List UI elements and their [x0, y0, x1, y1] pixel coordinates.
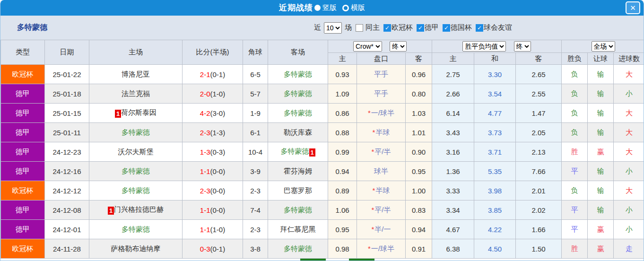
- header-avg-win: 主: [432, 53, 474, 65]
- cell-odds-home: 0.99: [328, 142, 357, 162]
- layout-radio-horizontal[interactable]: 横版: [351, 3, 365, 12]
- cell-score: 1-1(1-0): [183, 220, 243, 239]
- cell-result-handicap: 赢: [588, 239, 614, 259]
- cell-league-type: 欧冠杯: [1, 239, 45, 259]
- header-type: 类型: [1, 40, 45, 65]
- table-row: 德甲24-12-16多特蒙德1-1(0-0)3-9霍芬海姆0.94球半0.951…: [1, 162, 644, 181]
- table-row: 欧冠杯24-12-12多特蒙德2-3(0-0)2-3巴塞罗那0.89*半球1.0…: [1, 181, 644, 200]
- cell-result-handicap: 输: [588, 162, 614, 181]
- odds-time-select[interactable]: 终: [390, 41, 407, 52]
- cell-league-type: 德甲: [1, 220, 45, 239]
- cell-avg-win: 2.75: [432, 65, 474, 84]
- red-card-badge: 1: [108, 207, 114, 215]
- cell-corner: 5-7: [243, 84, 268, 104]
- layout-radio-vertical[interactable]: 竖版: [322, 3, 337, 12]
- cell-avg-draw: 3.30: [474, 65, 516, 84]
- table-row: 欧冠杯25-01-22博洛尼亚2-1(0-1)6-5多特蒙德0.93平手0.96…: [1, 65, 644, 84]
- table-row: 德甲24-12-01多特蒙德1-1(1-0)2-3拜仁慕尼黑0.95*半/一0.…: [1, 220, 644, 239]
- cell-avg-lose: 1.47: [516, 104, 562, 123]
- cell-result-wdl: 胜: [562, 142, 588, 162]
- team-name: 多特蒙德: [17, 23, 47, 33]
- league-checkbox-1[interactable]: [417, 24, 424, 32]
- league-checkbox-3[interactable]: [476, 24, 483, 32]
- star-mark: *: [368, 244, 371, 252]
- wdl-avg-select[interactable]: 胜平负均值: [462, 41, 506, 52]
- scope-group: 全场: [562, 40, 644, 53]
- cell-avg-win: 1.36: [432, 162, 474, 181]
- star-mark: *: [371, 206, 374, 214]
- radio-selected-icon[interactable]: [314, 5, 321, 11]
- cell-date: 24-12-23: [45, 142, 89, 162]
- cell-league-type: 德甲: [1, 123, 45, 142]
- header-away: 客场: [268, 40, 328, 65]
- cell-odds-away: 1.01: [406, 123, 432, 142]
- cell-away-team: 多特蒙德1: [268, 142, 328, 162]
- cell-result-goals: 大: [614, 65, 644, 84]
- league-label: 德国杯: [451, 23, 472, 32]
- header-date: 日期: [45, 40, 89, 65]
- wdl-time-select[interactable]: 终: [514, 41, 531, 52]
- filters-group: 近 10 场 同主 欧冠杯德甲德国杯球会友谊: [314, 22, 512, 34]
- cell-odds-home: 0.98: [328, 239, 357, 259]
- cell-result-wdl: 胜: [562, 239, 588, 259]
- cell-home-team: 萨格勒布迪纳摩: [89, 239, 183, 259]
- scope-select[interactable]: 全场: [592, 41, 615, 52]
- same-home-checkbox[interactable]: [356, 24, 363, 32]
- cell-home-team: 多特蒙德: [89, 181, 183, 200]
- cell-odds-home: 0.93: [328, 65, 357, 84]
- cell-avg-lose: 1.66: [516, 220, 562, 239]
- cell-corner: 2-3: [243, 220, 268, 239]
- odds-source-select[interactable]: Crow*: [353, 41, 382, 52]
- cell-odds-home: 0.86: [328, 104, 357, 123]
- cell-score: 0-3(0-1): [183, 239, 243, 259]
- cell-avg-win: 2.66: [432, 84, 474, 104]
- star-mark: *: [371, 225, 374, 233]
- league-checkbox-2[interactable]: [443, 24, 450, 32]
- league-checkbox-0[interactable]: [383, 24, 391, 32]
- cell-result-handicap: 输: [588, 200, 614, 220]
- cell-odds-away: 1.03: [406, 104, 432, 123]
- cell-home-team: 多特蒙德: [89, 123, 183, 142]
- cell-odds-home: 1.06: [328, 200, 357, 220]
- cell-away-team: 多特蒙德: [268, 65, 328, 84]
- cell-corner: 6-5: [243, 65, 268, 84]
- cell-home-team: 1门兴格拉德巴赫: [89, 200, 183, 220]
- cell-score: 1-1(0-0): [183, 162, 243, 181]
- red-card-badge: 1: [309, 148, 315, 157]
- cell-home-team: 1荷尔斯泰因: [89, 104, 183, 123]
- table-row: 德甲25-01-11多特蒙德2-3(1-3)6-1勒沃库森0.88*半球1.01…: [1, 123, 644, 142]
- cell-league-type: 德甲: [1, 84, 45, 104]
- header-result-wdl: 胜负: [562, 53, 588, 65]
- cell-avg-win: 4.67: [432, 220, 474, 239]
- cell-handicap: *平/半: [357, 142, 406, 162]
- cell-score: 2-3(1-3): [183, 123, 243, 142]
- cell-result-handicap: 赢: [588, 142, 614, 162]
- cell-away-team: 拜仁慕尼黑: [268, 220, 328, 239]
- cell-result-wdl: 平: [562, 162, 588, 181]
- cell-league-type: 德甲: [1, 104, 45, 123]
- matches-label: 场: [345, 23, 352, 32]
- cell-corner: 7-4: [243, 200, 268, 220]
- close-button[interactable]: ✕: [626, 1, 640, 14]
- radio-unselected-icon[interactable]: [342, 5, 349, 11]
- header-home: 主场: [89, 40, 183, 65]
- cell-result-wdl: 平: [562, 200, 588, 220]
- cell-avg-lose: 2.65: [516, 65, 562, 84]
- cell-result-goals: 小: [614, 200, 644, 220]
- cell-odds-away: 0.90: [406, 142, 432, 162]
- header-odds-home: 主: [328, 53, 357, 65]
- cell-date: 24-11-28: [45, 239, 89, 259]
- cell-odds-away: 0.95: [406, 162, 432, 181]
- league-label: 欧冠杯: [392, 23, 413, 32]
- red-card-badge: 1: [115, 110, 121, 118]
- cell-result-goals: 大: [614, 181, 644, 200]
- star-mark: *: [373, 186, 375, 194]
- results-tbody: 欧冠杯25-01-22博洛尼亚2-1(0-1)6-5多特蒙德0.93平手0.96…: [1, 65, 644, 259]
- cell-home-team: 博洛尼亚: [89, 65, 183, 84]
- recent-count-select[interactable]: 10: [324, 22, 342, 34]
- table-row: 欧冠杯24-11-28萨格勒布迪纳摩0-3(0-1)3-8多特蒙德0.98*一/…: [1, 239, 644, 259]
- cell-result-handicap: 输: [588, 65, 614, 84]
- cell-away-team: 多特蒙德: [268, 200, 328, 220]
- cell-result-goals: 大: [614, 142, 644, 162]
- cell-avg-win: 3.34: [432, 200, 474, 220]
